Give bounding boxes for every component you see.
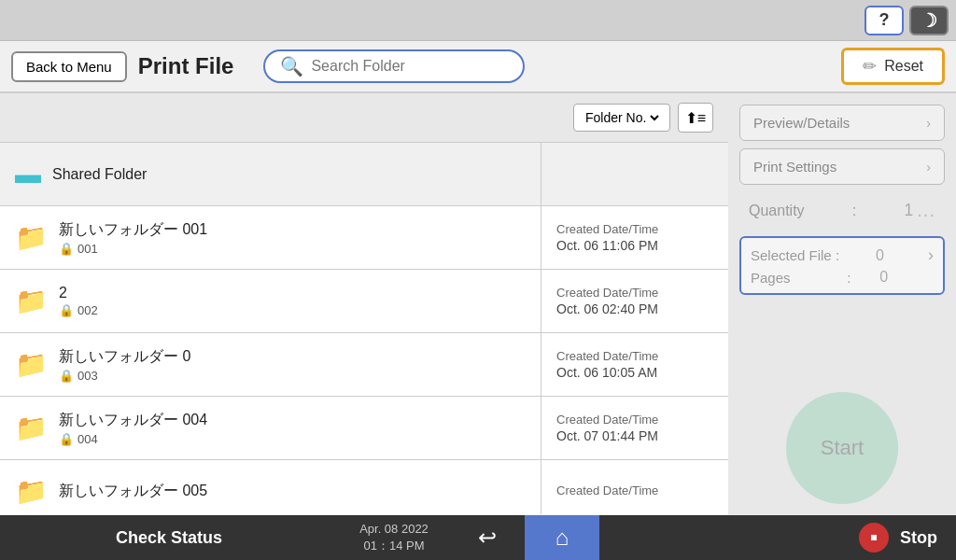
search-bar: 🔍 <box>263 49 525 83</box>
folder-id: 🔒 001 <box>59 242 207 256</box>
folder-icon: 📁 <box>15 225 48 251</box>
lock-icon: 🔒 <box>59 369 74 383</box>
top-bar: ? ☽ <box>0 0 956 41</box>
selected-file-label: Selected File : <box>751 247 839 263</box>
folder-name: 新しいフォルダー 0 <box>59 347 190 367</box>
lock-icon: 🔒 <box>59 432 74 446</box>
main-panel: Folder No. Name Date ⬆≡ ▬ Shared Folder … <box>0 93 728 515</box>
date-label: Created Date/Time <box>556 286 658 300</box>
sort-order-icon: ⬆≡ <box>685 109 706 127</box>
night-mode-button[interactable]: ☽ <box>909 6 949 35</box>
lock-icon: 🔒 <box>59 242 74 256</box>
list-item[interactable]: ▬ Shared Folder <box>0 143 728 206</box>
folder-icon: 📁 <box>15 352 48 378</box>
svg-marker-1 <box>871 535 877 540</box>
start-button[interactable]: Start <box>786 392 898 504</box>
date-value: Oct. 06 10:05 AM <box>556 365 657 380</box>
list-toolbar: Folder No. Name Date ⬆≡ <box>0 93 728 143</box>
quantity-value: 1 <box>904 201 913 220</box>
list-item[interactable]: 📁 新しいフォルダー 004 🔒 004 Created Date/Time O… <box>0 397 728 460</box>
sort-select[interactable]: Folder No. Name Date <box>573 104 670 132</box>
selected-file-box[interactable]: Selected File : 0 › Pages : 0 <box>739 236 945 295</box>
folder-id: 🔒 004 <box>59 432 207 446</box>
quantity-dots: ... <box>917 200 935 221</box>
pencil-icon: ✏ <box>863 56 877 77</box>
selected-file-value: 0 <box>876 247 884 264</box>
pages-colon: : <box>847 270 851 286</box>
folder-name: 新しいフォルダー 004 <box>59 411 207 430</box>
check-status-button[interactable]: Check Status <box>0 528 338 548</box>
home-icon: ⌂ <box>555 525 569 551</box>
chevron-right-icon: › <box>928 245 934 265</box>
date-value: Oct. 06 11:06 PM <box>556 238 658 253</box>
pages-label: Pages <box>751 270 791 286</box>
quantity-row: Quantity : 1 ... <box>739 192 945 229</box>
chevron-right-icon: › <box>926 116 931 131</box>
lock-icon: 🔒 <box>59 303 74 317</box>
quantity-label: Quantity <box>749 203 805 219</box>
folder-name: 新しいフォルダー 005 <box>59 482 207 501</box>
folder-id: 🔒 002 <box>59 303 98 317</box>
folder-icon: 📁 <box>15 288 48 315</box>
list-item[interactable]: 📁 2 🔒 002 Created Date/Time Oct. 06 02:4… <box>0 270 728 333</box>
folder-icon: ▬ <box>15 161 41 188</box>
folder-name: 新しいフォルダー 001 <box>59 220 207 240</box>
preview-details-button[interactable]: Preview/Details › <box>739 105 945 141</box>
date-label: Created Date/Time <box>556 349 658 363</box>
stop-button[interactable]: Stop <box>900 528 937 548</box>
pages-value: 0 <box>879 269 888 286</box>
search-icon: 🔍 <box>280 55 303 77</box>
back-button[interactable]: ↩ <box>450 525 525 551</box>
file-list: ▬ Shared Folder 📁 新しいフォルダー 001 🔒 001 <box>0 143 728 514</box>
date-label: Created Date/Time <box>556 222 658 236</box>
stop-icon <box>859 523 889 553</box>
folder-name: 2 <box>59 285 98 301</box>
bottom-bar: Check Status Apr. 08 2022 01：14 PM ↩ ⌂ S… <box>0 515 956 560</box>
date-value: Oct. 07 01:44 PM <box>556 428 658 443</box>
print-settings-button[interactable]: Print Settings › <box>739 148 945 185</box>
list-item[interactable]: 📁 新しいフォルダー 001 🔒 001 Created Date/Time O… <box>0 206 728 270</box>
date-value: Oct. 06 02:40 PM <box>556 301 658 316</box>
list-item[interactable]: 📁 新しいフォルダー 005 Created Date/Time <box>0 460 728 514</box>
folder-id: 🔒 003 <box>59 369 190 383</box>
datetime-display: Apr. 08 2022 01：14 PM <box>338 521 450 554</box>
list-item[interactable]: 📁 新しいフォルダー 0 🔒 003 Created Date/Time Oct… <box>0 333 728 397</box>
home-button[interactable]: ⌂ <box>525 515 599 560</box>
right-panel: Preview/Details › Print Settings › Quant… <box>728 93 956 515</box>
search-input[interactable] <box>311 58 508 75</box>
reset-button[interactable]: ✏ Reset <box>841 48 945 85</box>
date-label: Created Date/Time <box>556 413 658 427</box>
help-button[interactable]: ? <box>865 6 904 35</box>
header: Back to Menu Print File 🔍 ✏ Reset <box>0 41 956 93</box>
folder-icon: 📁 <box>15 479 48 505</box>
quantity-colon: : <box>852 203 856 219</box>
page-title: Print File <box>138 53 234 79</box>
folder-name: Shared Folder <box>52 166 147 183</box>
back-to-menu-button[interactable]: Back to Menu <box>11 51 127 82</box>
chevron-right-icon: › <box>926 160 931 175</box>
folder-icon: 📁 <box>15 415 48 441</box>
sort-order-button[interactable]: ⬆≡ <box>678 103 713 133</box>
date-label: Created Date/Time <box>556 483 658 497</box>
sort-dropdown[interactable]: Folder No. Name Date <box>582 109 662 126</box>
